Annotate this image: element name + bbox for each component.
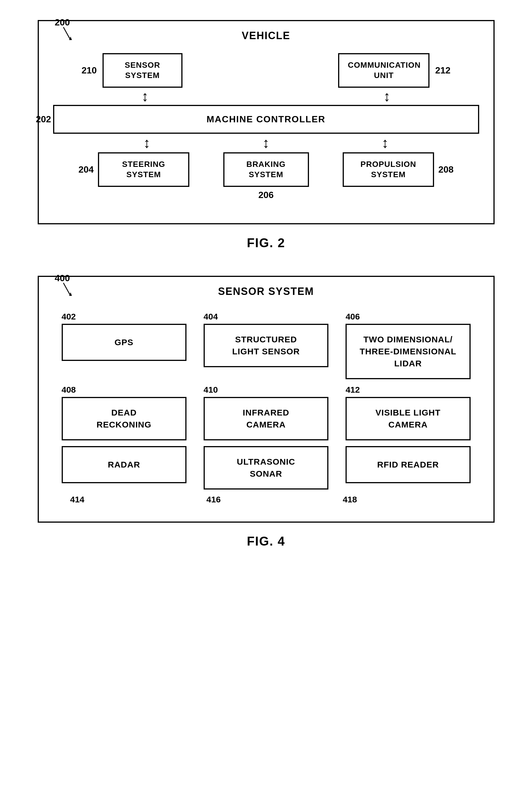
cell-412-ref: 412	[346, 385, 470, 395]
arrow-sensor-mc: ↕	[142, 88, 149, 105]
braking-label: BRAKINGSYSTEM	[246, 160, 286, 179]
structured-light-label: STRUCTUREDLIGHT SENSOR	[232, 334, 300, 358]
fig4-container: 400 SENSOR SYSTEM 402 GPS 404 STRUCTURED…	[23, 273, 509, 548]
steering-box: STEERINGSYSTEM	[98, 152, 189, 187]
comm-unit-label: COMMUNICATIONUNIT	[348, 61, 421, 80]
lidar-box: TWO DIMENSIONAL/THREE-DIMENSIONALLIDAR	[346, 324, 470, 379]
cell-416-ref: 416	[206, 495, 221, 504]
propulsion-ref: 208	[438, 164, 453, 175]
cell-418-ref: 418	[343, 495, 357, 504]
arrow-mc-steering: ↕	[143, 134, 151, 151]
fig2-container: 200 VEHICLE 210 SENSORSYSTEM COMMUNICATI…	[23, 17, 509, 250]
arrow-mc-braking: ↕	[262, 134, 270, 151]
gps-box: GPS	[62, 324, 186, 361]
cell-402-ref: 402	[62, 312, 186, 321]
propulsion-box: PROPULSIONSYSTEM	[343, 152, 434, 187]
machine-controller-box: MACHINE CONTROLLER	[53, 105, 479, 134]
fig2-diagram: VEHICLE 210 SENSORSYSTEM COMMUNICATIONUN…	[38, 20, 494, 224]
cell-414-ref: 414	[70, 495, 85, 504]
sensor-ref: 210	[82, 65, 97, 76]
braking-ref: 206	[259, 190, 273, 200]
radar-label: RADAR	[108, 459, 140, 471]
cell-406-ref: 406	[346, 312, 470, 321]
rfid-reader-label: RFID READER	[377, 459, 439, 471]
radar-box: RADAR	[62, 446, 186, 483]
arrow-mc-propulsion: ↕	[381, 134, 389, 151]
fig4-diagram: SENSOR SYSTEM 402 GPS 404 STRUCTUREDLIGH…	[38, 276, 494, 523]
visible-light-camera-label: VISIBLE LIGHTCAMERA	[376, 407, 441, 431]
sensor-system-box: SENSORSYSTEM	[103, 53, 182, 88]
gps-label: GPS	[114, 336, 133, 348]
steering-label: STEERINGSYSTEM	[122, 160, 165, 179]
lidar-label: TWO DIMENSIONAL/THREE-DIMENSIONALLIDAR	[359, 334, 456, 369]
dead-reckoning-box: DEADRECKONING	[62, 397, 186, 440]
comm-ref: 212	[435, 65, 450, 76]
fig2-caption: FIG. 2	[247, 236, 285, 250]
visible-light-camera-box: VISIBLE LIGHTCAMERA	[346, 397, 470, 440]
propulsion-label: PROPULSIONSYSTEM	[360, 160, 416, 179]
rfid-reader-box: RFID READER	[346, 446, 470, 483]
sensor-system-label: SENSORSYSTEM	[125, 61, 160, 80]
infrared-camera-box: INFRAREDCAMERA	[204, 397, 328, 440]
ultrasonic-sonar-label: ULTRASONICSONAR	[237, 456, 295, 480]
infrared-camera-label: INFRAREDCAMERA	[243, 407, 289, 431]
comm-unit-box: COMMUNICATIONUNIT	[338, 53, 429, 88]
braking-box: BRAKINGSYSTEM	[223, 152, 309, 187]
fig2-title: VEHICLE	[53, 30, 479, 42]
structured-light-box: STRUCTUREDLIGHT SENSOR	[204, 324, 328, 367]
arrow-comm-mc: ↕	[383, 88, 391, 105]
cell-410-ref: 410	[204, 385, 328, 395]
ultrasonic-sonar-box: ULTRASONICSONAR	[204, 446, 328, 490]
mc-ref: 202	[36, 114, 51, 125]
cell-408-ref: 408	[62, 385, 186, 395]
dead-reckoning-label: DEADRECKONING	[96, 407, 151, 431]
cell-404-ref: 404	[204, 312, 328, 321]
fig4-caption: FIG. 4	[247, 534, 285, 548]
steering-ref: 204	[79, 164, 94, 175]
fig4-title: SENSOR SYSTEM	[53, 285, 479, 297]
mc-label: MACHINE CONTROLLER	[206, 114, 325, 124]
